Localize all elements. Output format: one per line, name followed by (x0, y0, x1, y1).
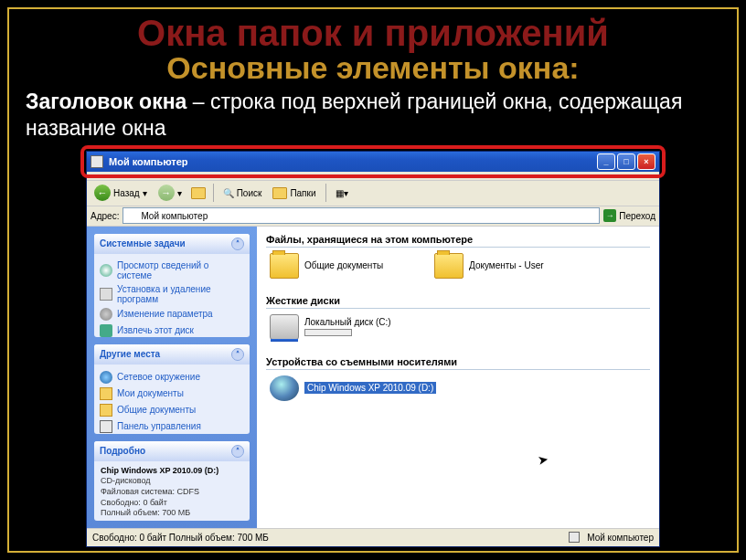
drive-usage-bar (304, 329, 352, 336)
cursor-icon: ➤ (537, 451, 550, 468)
sidebar-panel-system-tasks: Системные задачи ˄ Просмотр сведений о с… (94, 234, 250, 337)
search-button[interactable]: 🔍 Поиск (219, 186, 266, 200)
chevron-up-icon: ˄ (231, 348, 244, 361)
network-icon (100, 371, 112, 384)
sidebar-panel-details: Подробно ˄ Chip Windows XP 2010.09 (D:) … (94, 441, 250, 521)
gear-icon (100, 308, 112, 321)
cd-icon (270, 375, 299, 401)
folder-icon (434, 253, 464, 279)
sidebar-panel-header[interactable]: Другие места ˄ (94, 344, 250, 365)
add-remove-icon (100, 288, 112, 301)
go-button[interactable]: → Переход (603, 209, 655, 222)
chevron-down-icon: ▾ (177, 188, 182, 198)
info-icon (100, 264, 112, 277)
group-header-drives: Жесткие диски (266, 293, 650, 309)
sidebar-item-settings[interactable]: Изменение параметра (100, 306, 244, 322)
back-button[interactable]: ← Назад ▾ (91, 183, 151, 203)
address-label: Адрес: (91, 211, 119, 221)
search-icon: 🔍 (223, 188, 234, 198)
sidebar-panel-other-places: Другие места ˄ Сетевое окружение Мои док… (94, 344, 250, 434)
forward-icon: → (158, 185, 175, 201)
sidebar: Системные задачи ˄ Просмотр сведений о с… (87, 227, 257, 528)
chevron-up-icon: ˄ (231, 445, 244, 458)
statusbar: Свободно: 0 байт Полный объем: 700 МБ Мо… (87, 528, 659, 546)
titlebar[interactable]: Мой компьютер _ □ × (87, 152, 659, 172)
folder-icon (270, 253, 299, 279)
chevron-down-icon: ▾ (143, 188, 147, 198)
go-arrow-icon: → (603, 209, 616, 222)
folder-icon (100, 404, 112, 417)
computer-icon (569, 532, 580, 543)
statusbar-left: Свободно: 0 байт Полный объем: 700 МБ (92, 533, 269, 543)
computer-icon (126, 210, 137, 221)
sidebar-item-shared[interactable]: Общие документы (100, 402, 244, 418)
sidebar-item-eject[interactable]: Извлечь этот диск (100, 322, 244, 337)
item-shared-docs[interactable]: Общие документы (270, 253, 416, 279)
xp-window: Мой компьютер _ □ × ← Назад ▾ → ▾ (86, 151, 660, 547)
details-body: Chip Windows XP 2010.09 (D:) CD-дисковод… (94, 461, 250, 521)
address-bar: Адрес: Мой компьютер → Переход (87, 206, 659, 227)
views-button[interactable]: ▦▾ (332, 186, 352, 200)
address-input[interactable]: Мой компьютер (123, 207, 600, 224)
folders-button[interactable]: Папки (269, 185, 319, 201)
sidebar-panel-header[interactable]: Системные задачи ˄ (94, 234, 250, 254)
sidebar-item-controlpanel[interactable]: Панель управления (100, 418, 244, 434)
folder-up-icon (191, 187, 206, 199)
app-icon (91, 155, 103, 168)
slide: Окна папок и приложений Основные элемент… (7, 7, 739, 553)
statusbar-right: Мой компьютер (587, 533, 654, 543)
forward-button[interactable]: → ▾ (155, 183, 186, 203)
slide-subtitle: Основные элементы окна: (26, 51, 720, 85)
sidebar-panel-header[interactable]: Подробно ˄ (94, 441, 250, 461)
window-title: Мой компьютер (109, 156, 188, 167)
sidebar-item-addremove[interactable]: Установка и удаление программ (100, 282, 244, 306)
definition-term: Заголовок окна (26, 90, 186, 113)
minimize-button[interactable]: _ (597, 153, 615, 170)
folder-icon (100, 387, 112, 400)
sidebar-item-sysinfo[interactable]: Просмотр сведений о системе (100, 259, 244, 282)
control-panel-icon (100, 420, 112, 433)
item-cd-d[interactable]: Chip Windows XP 2010.09 (D:) (270, 375, 436, 401)
definition-text: Заголовок окна – строка под верхней гран… (26, 89, 720, 142)
eject-icon (100, 324, 112, 337)
maximize-button[interactable]: □ (617, 153, 635, 170)
item-user-docs[interactable]: Документы - User (434, 253, 581, 279)
drive-icon (270, 314, 299, 340)
chevron-up-icon: ˄ (231, 238, 244, 250)
folder-icon (272, 187, 287, 199)
close-button[interactable]: × (637, 153, 655, 170)
sidebar-item-network[interactable]: Сетевое окружение (100, 369, 244, 386)
item-drive-c[interactable]: Локальный диск (C:) (270, 314, 416, 340)
menubar[interactable] (87, 172, 659, 181)
group-header-files: Файлы, хранящиеся на этом компьютере (266, 232, 650, 248)
toolbar: ← Назад ▾ → ▾ 🔍 Поиск Папк (87, 181, 659, 206)
window-screenshot: Мой компьютер _ □ × ← Назад ▾ → ▾ (86, 151, 660, 547)
back-icon: ← (94, 185, 111, 201)
up-button[interactable] (189, 184, 208, 202)
sidebar-item-mydocs[interactable]: Мои документы (100, 386, 244, 402)
slide-title: Окна папок и приложений (26, 15, 720, 51)
group-header-removable: Устройства со съемными носителями (266, 354, 650, 370)
content-area: Файлы, хранящиеся на этом компьютере Общ… (257, 227, 659, 528)
